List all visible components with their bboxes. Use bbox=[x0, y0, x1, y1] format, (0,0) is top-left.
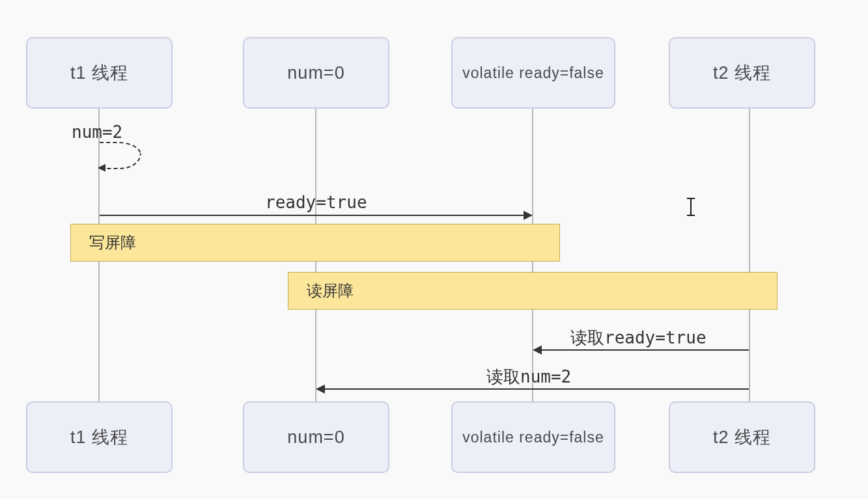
participant-label: num=0 bbox=[287, 427, 344, 448]
participant-label: t2 线程 bbox=[713, 425, 771, 449]
sequence-diagram: t1 线程 num=0 volatile ready=false t2 线程 t… bbox=[0, 0, 868, 499]
barrier-label: 写屏障 bbox=[89, 232, 136, 253]
participant-label: volatile ready=false bbox=[462, 64, 604, 82]
participant-num-top: num=0 bbox=[243, 37, 389, 109]
message-ready-true bbox=[100, 215, 524, 216]
participant-label: volatile ready=false bbox=[462, 429, 604, 446]
message-read-ready bbox=[542, 349, 749, 351]
participant-label: t1 线程 bbox=[70, 61, 128, 85]
barrier-label: 读屏障 bbox=[307, 280, 354, 301]
lifeline-t2 bbox=[749, 109, 750, 401]
participant-label: num=0 bbox=[287, 63, 344, 83]
participant-t2-bottom: t2 线程 bbox=[669, 401, 815, 473]
participant-ready-top: volatile ready=false bbox=[451, 37, 615, 109]
participant-t1-bottom: t1 线程 bbox=[26, 401, 173, 473]
message-read-num-label: 读取num=2 bbox=[486, 366, 571, 388]
text-cursor-icon bbox=[690, 199, 692, 215]
participant-label: t1 线程 bbox=[70, 425, 128, 449]
participant-num-bottom: num=0 bbox=[243, 401, 389, 473]
read-barrier: 读屏障 bbox=[288, 272, 777, 310]
message-read-num bbox=[325, 388, 749, 390]
arrow-head bbox=[533, 345, 542, 355]
self-message-label: num=2 bbox=[72, 122, 122, 142]
participant-t1-top: t1 线程 bbox=[26, 37, 173, 109]
message-ready-true-label: ready=true bbox=[265, 193, 367, 212]
message-read-ready-label: 读取ready=true bbox=[570, 327, 707, 349]
arrow-head bbox=[524, 211, 533, 220]
participant-label: t2 线程 bbox=[713, 61, 771, 85]
write-barrier: 写屏障 bbox=[70, 224, 560, 262]
arrow-head bbox=[316, 384, 325, 394]
participant-t2-top: t2 线程 bbox=[669, 37, 815, 109]
participant-ready-bottom: volatile ready=false bbox=[451, 401, 615, 473]
